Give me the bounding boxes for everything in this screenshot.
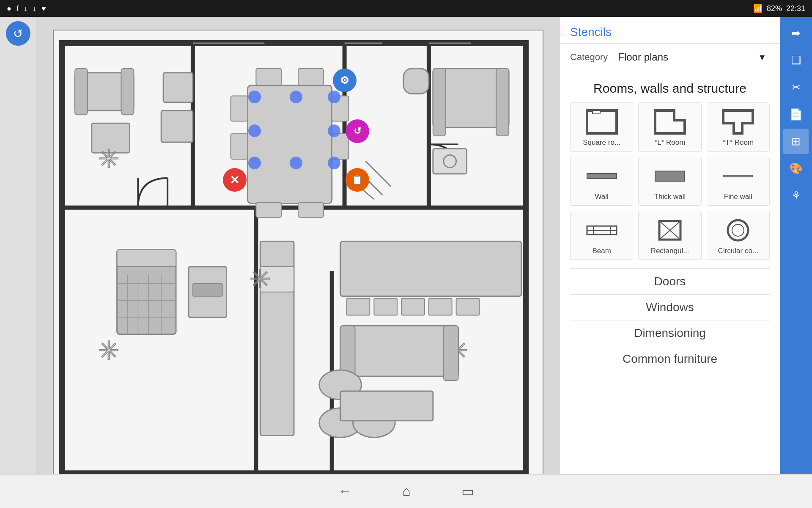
app-icon-2: f [16, 4, 19, 13]
stencil-wall[interactable]: Wall [570, 157, 633, 206]
stencil-beam[interactable]: Beam [570, 211, 633, 260]
svg-rect-70 [655, 171, 685, 181]
duplicate-button[interactable]: ❏ [783, 47, 809, 73]
home-button[interactable]: ⌂ [402, 483, 410, 499]
svg-rect-25 [247, 86, 332, 204]
stencil-rect-col[interactable]: Rectangul... [638, 211, 701, 260]
stencil-label-rect-col: Rectangul... [651, 247, 689, 255]
app-icon-1: ● [7, 4, 11, 13]
handle-dot-7[interactable] [290, 157, 302, 169]
beam-icon [583, 215, 621, 245]
doc-button[interactable]: 📄 [783, 102, 809, 127]
svg-rect-31 [298, 69, 324, 86]
svg-rect-26 [230, 96, 247, 121]
section-windows[interactable]: Windows [570, 294, 770, 320]
grid-button[interactable]: ⊞ [783, 129, 809, 154]
section-furniture[interactable]: Common furniture [570, 346, 770, 372]
svg-rect-24 [496, 69, 509, 136]
app-icon-5: ♥ [41, 4, 46, 13]
t-room-icon [719, 107, 757, 137]
back-button[interactable]: ← [338, 483, 351, 499]
svg-rect-38 [433, 149, 466, 174]
battery-percent: 82% [767, 4, 782, 13]
svg-rect-41 [117, 250, 176, 267]
copy-overlay-button[interactable]: 📋 [346, 168, 369, 192]
stencil-label-fine-wall: Fine wall [724, 193, 752, 201]
recent-button[interactable]: ▭ [461, 483, 474, 500]
main-layout: ↺ 🔧 [0, 17, 812, 508]
thick-wall-icon [651, 161, 689, 191]
svg-text:✳: ✳ [250, 265, 271, 293]
handle-dot-8[interactable] [328, 157, 340, 169]
handle-dot-2[interactable] [290, 91, 302, 103]
stencils-header: Stencils [560, 17, 780, 44]
right-icon-toolbar: ➡ ❏ ✂ 📄 ⊞ 🎨 ⚘ [780, 17, 812, 508]
fine-wall-icon [719, 161, 757, 191]
handle-dot-4[interactable] [248, 124, 261, 137]
canvas-area[interactable]: ✳ ✳ ✳ [36, 17, 560, 508]
handle-dot-1[interactable] [248, 91, 261, 103]
stencil-l-room[interactable]: *L* Room [638, 102, 701, 152]
category-dropdown[interactable]: Floor plans ▼ [614, 50, 770, 65]
wifi-icon: 📶 [753, 4, 763, 13]
svg-rect-14 [74, 69, 87, 115]
svg-rect-71 [723, 175, 753, 177]
tools-button[interactable]: ✂ [783, 75, 809, 100]
status-icons-right: 📶 82% 22:31 [753, 4, 805, 13]
svg-rect-18 [161, 110, 193, 142]
stencil-fine-wall[interactable]: Fine wall [707, 157, 770, 206]
handle-dot-6[interactable] [248, 157, 261, 169]
svg-rect-67 [587, 110, 617, 133]
svg-rect-17 [163, 73, 193, 102]
stencil-label-t-room: *T* Room [722, 138, 754, 147]
stencil-label-square-room: Square ro... [583, 138, 620, 147]
svg-rect-61 [443, 326, 458, 381]
svg-rect-56 [401, 298, 425, 315]
svg-rect-29 [332, 134, 348, 159]
stencil-t-room[interactable]: *T* Room [707, 102, 770, 152]
svg-rect-59 [340, 326, 458, 376]
stencils-title: Stencils [570, 25, 770, 39]
chevron-down-icon: ▼ [758, 52, 766, 62]
palette-button[interactable]: 🎨 [783, 156, 809, 181]
gear-overlay-button[interactable]: ⚙ [333, 69, 357, 92]
svg-rect-65 [340, 391, 433, 421]
connections-button[interactable]: ⚘ [783, 183, 809, 208]
stencil-square-room[interactable]: Square ro... [570, 102, 633, 152]
section-doors[interactable]: Doors [570, 268, 770, 294]
category-row: Category Floor plans ▼ [560, 44, 780, 71]
category-label: Category [570, 52, 608, 63]
share-button[interactable]: ➡ [783, 20, 809, 46]
floor-plan[interactable]: ✳ ✳ ✳ [53, 30, 543, 495]
stencil-circ-col[interactable]: Circular co... [707, 211, 770, 260]
status-bar: ● f ↓ ↓ ♥ 📶 82% 22:31 [0, 0, 812, 17]
l-room-icon [651, 107, 689, 137]
svg-rect-69 [587, 174, 617, 179]
status-icons-left: ● f ↓ ↓ ♥ [7, 4, 46, 13]
svg-text:✳: ✳ [98, 337, 119, 365]
handle-dot-5[interactable] [328, 124, 340, 137]
svg-rect-68 [593, 110, 600, 114]
clock: 22:31 [786, 4, 805, 13]
svg-point-79 [728, 220, 748, 240]
svg-text:✳: ✳ [98, 145, 119, 173]
bottom-nav: ← ⌂ ▭ [0, 474, 812, 508]
stencil-label-beam: Beam [592, 247, 611, 255]
stencil-thick-wall[interactable]: Thick wall [638, 157, 701, 206]
stencils-content: Rooms, walls and structure Square ro... [560, 71, 780, 508]
stencil-label-thick-wall: Thick wall [654, 193, 686, 201]
svg-rect-50 [192, 284, 222, 296]
app-icon-4: ↓ [33, 4, 36, 13]
app-icon-3: ↓ [24, 4, 27, 13]
rotate-overlay-button[interactable]: ↺ [346, 119, 369, 143]
undo-button[interactable]: ↺ [6, 21, 30, 46]
rect-col-icon [651, 215, 689, 245]
handle-dot-3[interactable] [328, 91, 340, 103]
stencil-grid-rooms: Square ro... *L* Room [570, 102, 770, 260]
delete-overlay-button[interactable]: ✕ [223, 168, 247, 192]
left-toolbar: ↺ 🔧 [0, 17, 36, 508]
wall-icon [583, 161, 621, 191]
circ-col-icon [719, 215, 757, 245]
section-dimensioning[interactable]: Dimensioning [570, 320, 770, 346]
svg-point-80 [732, 224, 744, 236]
